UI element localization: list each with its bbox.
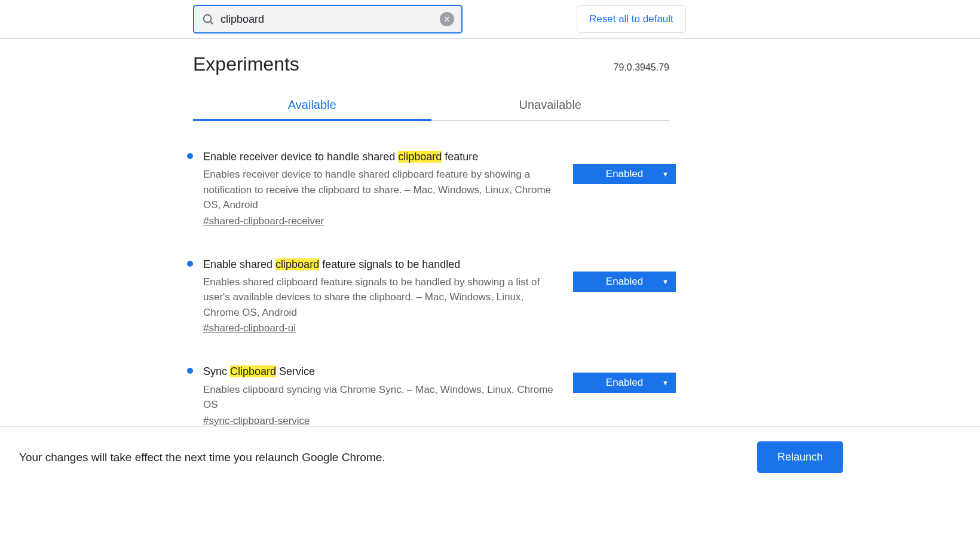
relaunch-message: Your changes will take effect the next t… [19, 451, 385, 464]
reset-all-button[interactable]: Reset all to default [577, 5, 686, 33]
flag-state-select[interactable]: Enabled ▼ [573, 272, 676, 292]
svg-line-1 [210, 22, 213, 24]
search-highlight: Clipboard [230, 365, 276, 377]
search-input[interactable] [220, 13, 440, 26]
flag-description: Enables clipboard syncing via Chrome Syn… [203, 382, 562, 413]
flag-state-value: Enabled [606, 168, 643, 180]
flag-anchor-link[interactable]: #shared-clipboard-receiver [203, 215, 324, 227]
heading-row: Experiments 79.0.3945.79 [193, 53, 669, 75]
chevron-down-icon: ▼ [662, 170, 669, 178]
flag-state-value: Enabled [606, 276, 643, 288]
clear-search-button[interactable] [440, 12, 454, 26]
modified-dot-icon [187, 261, 193, 267]
flag-state-value: Enabled [606, 377, 643, 389]
flag-anchor-link[interactable]: #sync-clipboard-service [203, 415, 310, 427]
flag-item: Enable receiver device to handle shared … [193, 150, 669, 227]
flag-description: Enables receiver device to handle shared… [203, 167, 562, 213]
search-icon [201, 13, 215, 26]
search-highlight: clipboard [398, 151, 442, 163]
tabs: Available Unavailable [193, 91, 669, 121]
search-highlight: clipboard [275, 258, 319, 270]
flag-item: Sync Clipboard Service Enables clipboard… [193, 364, 669, 426]
chevron-down-icon: ▼ [662, 379, 669, 386]
page-title: Experiments [193, 53, 299, 75]
close-icon [443, 16, 451, 23]
tab-unavailable[interactable]: Unavailable [431, 91, 670, 120]
flag-description: Enables shared clipboard feature signals… [203, 275, 562, 321]
flag-state-select[interactable]: Enabled ▼ [573, 164, 676, 184]
modified-dot-icon [187, 368, 193, 374]
tab-available[interactable]: Available [193, 91, 431, 120]
svg-point-0 [204, 15, 212, 23]
version-label: 79.0.3945.79 [614, 62, 669, 73]
search-box[interactable] [193, 5, 463, 33]
flag-item: Enable shared clipboard feature signals … [193, 257, 669, 335]
modified-dot-icon [187, 153, 193, 159]
relaunch-bar: Your changes will take effect the next t… [0, 426, 980, 487]
flag-title: Enable receiver device to handle shared … [203, 150, 669, 164]
flag-title: Enable shared clipboard feature signals … [203, 257, 669, 272]
flags-list: Enable receiver device to handle shared … [193, 150, 669, 427]
flag-anchor-link[interactable]: #shared-clipboard-ui [203, 322, 296, 334]
main-content: Experiments 79.0.3945.79 Available Unava… [193, 39, 669, 427]
chevron-down-icon: ▼ [662, 278, 669, 285]
flag-state-select[interactable]: Enabled ▼ [573, 373, 676, 393]
relaunch-button[interactable]: Relaunch [757, 441, 843, 473]
top-bar: Reset all to default [0, 0, 980, 39]
